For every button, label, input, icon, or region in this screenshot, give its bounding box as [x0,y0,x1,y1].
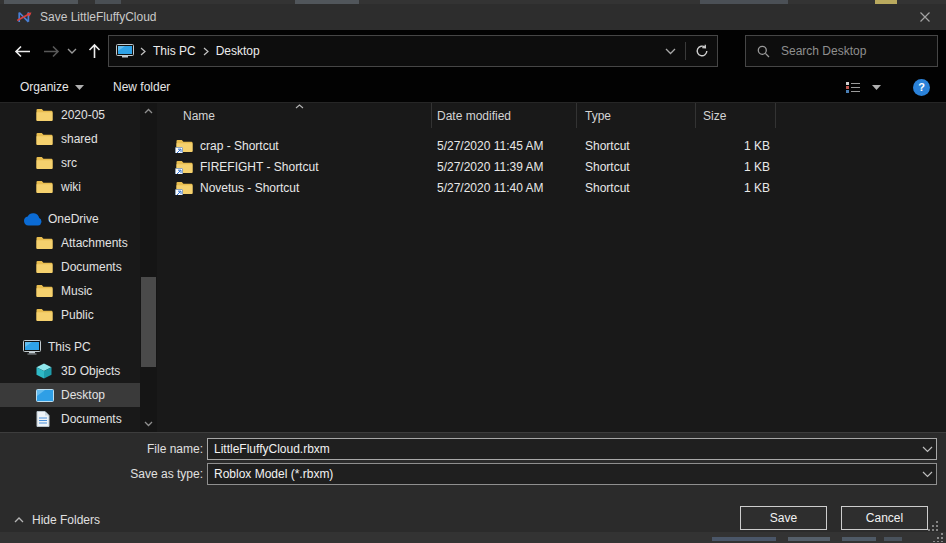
folder-icon [36,132,56,146]
combo-chevron-icon[interactable] [922,446,933,453]
sidebar-item-this-pc[interactable]: This PC [0,335,141,359]
navigation-pane: 2020-05 shared src wiki OneDrive Attachm… [0,103,160,432]
shortcut-icon [176,160,193,174]
scrollbar-thumb[interactable] [141,277,156,367]
sidebar-item-onedrive[interactable]: OneDrive [0,207,141,231]
file-size: 1 KB [696,181,776,195]
close-button[interactable] [904,4,946,30]
forward-button[interactable] [38,30,64,72]
column-header-type[interactable]: Type [577,103,696,128]
file-type: Shortcut [577,139,696,153]
divider [685,42,686,60]
sidebar-item-documents[interactable]: Documents [0,407,141,431]
sidebar-item-2020-05[interactable]: 2020-05 [0,103,141,127]
hide-folders-label: Hide Folders [32,513,100,527]
save-as-type-label: Save as type: [13,463,203,485]
sidebar-item-label: shared [61,132,98,146]
search-box[interactable] [745,35,938,67]
footer: File name: Save as type: Roblox Model (*… [0,432,946,532]
file-row-crap-shortcut[interactable]: crap - Shortcut 5/27/2020 11:45 AM Short… [160,135,776,156]
save-dialog: Save LittleFluffyCloud [0,4,946,532]
organize-button[interactable]: Organize [20,72,84,102]
file-name-label: File name: [13,438,203,460]
file-row-firefight-shortcut[interactable]: FIREFIGHT - Shortcut 5/27/2020 11:39 AM … [160,156,776,177]
file-name: Novetus - Shortcut [200,181,299,195]
breadcrumb-this-pc[interactable]: This PC [146,44,203,58]
window-title: Save LittleFluffyCloud [40,4,157,30]
hide-folders-chevron-icon [14,517,24,523]
new-folder-label: New folder [113,80,170,94]
sidebar-spacer [0,199,160,207]
novetus-logo-icon [16,9,32,25]
file-date-modified: 5/27/2020 11:40 AM [432,181,577,195]
details-view-icon[interactable] [845,72,861,102]
command-toolbar: Organize New folder ? [0,72,946,103]
sidebar-item-shared[interactable]: shared [0,127,141,151]
help-icon: ? [913,79,930,96]
main-area: 2020-05 shared src wiki OneDrive Attachm… [0,103,946,432]
folder-icon [36,156,56,170]
sidebar-item-label: Documents [61,412,122,426]
sidebar-item-attachments[interactable]: Attachments [0,231,141,255]
file-date-modified: 5/27/2020 11:45 AM [432,139,577,153]
scroll-down-icon[interactable] [144,421,153,427]
combo-chevron-icon[interactable] [922,471,933,478]
computer-icon [116,44,134,58]
column-header-row: Name Date modified Type Size [160,103,777,128]
cancel-button-label: Cancel [866,511,903,525]
file-type: Shortcut [577,160,696,174]
folder-icon [36,108,56,122]
refresh-icon[interactable] [695,44,709,58]
background-window-fragment [712,537,776,541]
save-button[interactable]: Save [740,506,827,530]
sidebar-spacer [0,327,160,335]
search-input[interactable] [779,43,933,59]
file-size: 1 KB [696,139,776,153]
shortcut-icon [176,139,193,153]
sidebar-item-label: 2020-05 [61,108,105,122]
view-dropdown-icon[interactable] [872,72,881,102]
sidebar-scrollbar[interactable] [140,103,157,432]
address-bar[interactable]: This PC Desktop [108,35,718,67]
sidebar-item-label: src [61,156,77,170]
up-button[interactable] [82,30,106,72]
file-name: crap - Shortcut [200,139,279,153]
sidebar-item-3d-objects[interactable]: 3D Objects [0,359,141,383]
organize-dropdown-icon [75,85,84,90]
hide-folders-button[interactable]: Hide Folders [14,513,100,527]
scroll-up-icon[interactable] [144,108,153,114]
folder-icon [36,180,56,194]
sidebar-item-label: This PC [48,340,91,354]
shortcut-arrow-badge [175,168,183,174]
background-window-fragment [788,537,830,541]
sidebar-item-desktop[interactable]: Desktop [0,383,141,407]
resize-grip-icon[interactable] [925,519,939,533]
sidebar-item-wiki[interactable]: wiki [0,175,141,199]
column-header-size[interactable]: Size [696,103,776,128]
navigation-bar: This PC Desktop [0,30,946,72]
save-as-type-value: Roblox Model (*.rbxm) [214,467,333,481]
sidebar-item-label: OneDrive [48,212,99,226]
column-header-date-modified[interactable]: Date modified [432,103,577,128]
address-dropdown-icon[interactable] [665,48,676,55]
recent-locations-chevron-icon[interactable] [64,30,80,72]
back-button[interactable] [8,30,36,72]
cancel-button[interactable]: Cancel [841,506,928,530]
new-folder-button[interactable]: New folder [113,72,170,102]
help-button[interactable]: ? [913,72,930,102]
save-as-type-select[interactable]: Roblox Model (*.rbxm) [207,463,937,485]
desktop-icon [36,389,56,402]
sidebar-item-src[interactable]: src [0,151,141,175]
documents-icon [36,411,56,427]
file-type: Shortcut [577,181,696,195]
breadcrumb-desktop[interactable]: Desktop [209,44,267,58]
this-pc-icon [23,340,43,355]
shortcut-icon [176,181,193,195]
organize-label: Organize [20,80,69,94]
sidebar-item-label: Desktop [61,388,105,402]
sidebar-item-public[interactable]: Public [0,303,141,327]
file-name-input[interactable] [207,438,937,460]
file-row-novetus-shortcut[interactable]: Novetus - Shortcut 5/27/2020 11:40 AM Sh… [160,177,776,198]
sidebar-item-music[interactable]: Music [0,279,141,303]
sidebar-item-documents[interactable]: Documents [0,255,141,279]
